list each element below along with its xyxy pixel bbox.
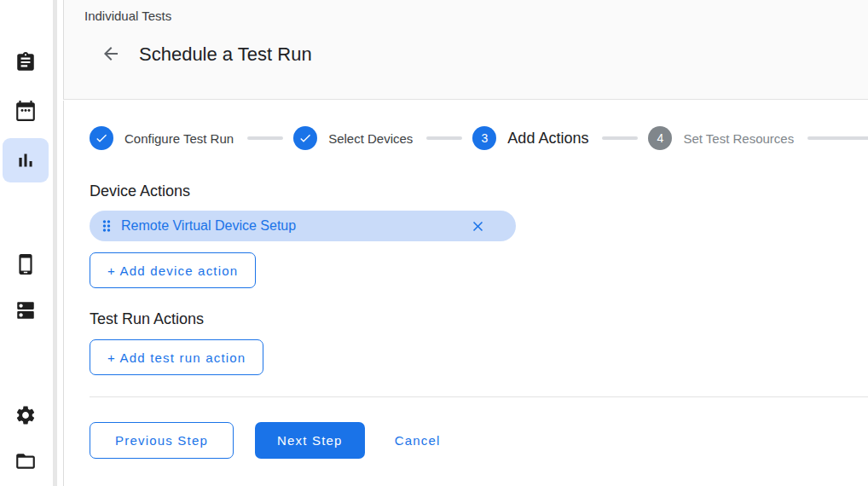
test-run-actions-heading: Test Run Actions [90, 310, 204, 328]
sidebar-item-devices[interactable] [3, 242, 49, 286]
step-connector [807, 136, 868, 140]
next-step-button[interactable]: Next Step [255, 422, 365, 459]
step-1-label: Configure Test Run [124, 131, 234, 146]
device-action-chip[interactable]: Remote Virtual Device Setup [90, 211, 516, 241]
close-icon [470, 218, 486, 234]
add-device-action-button[interactable]: + Add device action [90, 252, 256, 288]
server-icon [14, 299, 37, 321]
sidebar [0, 0, 53, 486]
calendar-icon [14, 100, 37, 122]
step-4-label: Set Test Resources [683, 131, 794, 146]
gear-icon [14, 404, 37, 426]
app-root: Individual Tests Schedule a Test Run Con… [0, 0, 868, 486]
sidebar-scrollbar[interactable] [53, 0, 57, 486]
page-header: Individual Tests Schedule a Test Run [63, 0, 868, 100]
main-content: Configure Test Run Select Devices 3 Add … [63, 101, 868, 486]
bar-chart-icon [14, 149, 37, 171]
cancel-button[interactable]: Cancel [386, 422, 449, 459]
sidebar-item-test-results[interactable] [3, 138, 49, 182]
remove-device-action-button[interactable] [467, 216, 488, 236]
step-connector [247, 136, 283, 140]
device-actions-heading: Device Actions [90, 182, 190, 200]
drag-handle-icon [98, 217, 115, 234]
smartphone-icon [14, 253, 37, 275]
stepper: Configure Test Run Select Devices 3 Add … [90, 126, 868, 150]
folder-icon [14, 450, 37, 472]
step-4-circle: 4 [648, 126, 672, 150]
sidebar-item-hosts[interactable] [3, 288, 49, 333]
previous-step-button[interactable]: Previous Step [90, 422, 234, 459]
device-action-chip-label: Remote Virtual Device Setup [121, 218, 296, 234]
arrow-back-icon [101, 43, 121, 64]
footer-divider [90, 396, 868, 397]
clipboard-icon [14, 51, 37, 73]
add-test-run-action-button[interactable]: + Add test run action [90, 339, 263, 375]
sidebar-item-test-plans[interactable] [3, 40, 49, 84]
step-add-actions[interactable]: 3 Add Actions [472, 126, 588, 150]
sidebar-item-files[interactable] [3, 439, 49, 483]
step-3-circle: 3 [472, 126, 496, 150]
step-3-label: Add Actions [507, 130, 588, 148]
check-icon [298, 131, 312, 145]
step-configure-test-run[interactable]: Configure Test Run [90, 126, 234, 150]
step-1-circle [90, 126, 113, 150]
page-title: Schedule a Test Run [139, 43, 312, 66]
step-connector [426, 136, 462, 140]
step-select-devices[interactable]: Select Devices [293, 126, 413, 150]
back-button[interactable] [98, 41, 124, 67]
sidebar-item-schedule[interactable] [3, 89, 49, 133]
footer-actions: Previous Step Next Step Cancel [90, 422, 449, 459]
step-connector [602, 136, 638, 140]
step-2-circle [293, 126, 317, 150]
drag-handle[interactable] [96, 216, 117, 236]
sidebar-item-settings[interactable] [3, 393, 49, 437]
step-2-label: Select Devices [328, 131, 413, 146]
step-set-test-resources[interactable]: 4 Set Test Resources [648, 126, 794, 150]
breadcrumb: Individual Tests [84, 9, 171, 23]
check-icon [95, 131, 108, 145]
